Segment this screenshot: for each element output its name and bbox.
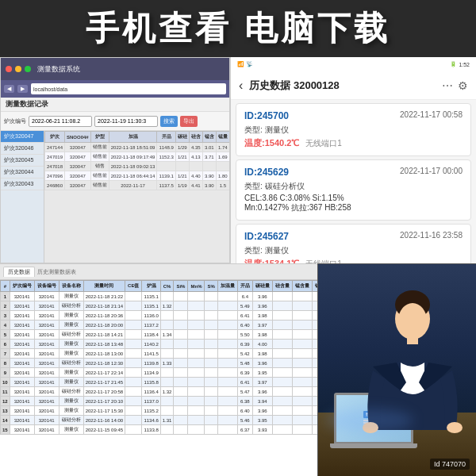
pc-url-bar[interactable]: localhost/data bbox=[31, 83, 226, 94]
ss-cell bbox=[272, 359, 292, 368]
ss-cell bbox=[174, 349, 188, 359]
ss-cell: 1.31 bbox=[160, 416, 174, 425]
sidebar-item-0[interactable]: 炉次320047 bbox=[1, 131, 44, 143]
ss-cell bbox=[292, 416, 312, 425]
ss-cell: 测量仪 bbox=[59, 340, 83, 349]
ss-cell: 1133.8 bbox=[142, 425, 160, 435]
ss-cell bbox=[188, 311, 205, 321]
ss-cell bbox=[312, 321, 317, 330]
sidebar-item-2[interactable]: 炉次320045 bbox=[1, 155, 44, 167]
settings-icon[interactable]: ⚙ bbox=[458, 79, 468, 92]
ss-cell: 320141 bbox=[34, 397, 59, 406]
ss-table-row: 9320141320141测量仪2022-11-17 22:141134.96.… bbox=[1, 368, 318, 378]
ss-cell: 6.41 bbox=[237, 311, 252, 321]
ss-cell bbox=[272, 397, 292, 406]
ss-cell bbox=[205, 368, 217, 378]
filter-date-end[interactable] bbox=[94, 116, 158, 127]
pc-sidebar: 炉次320047 炉次320046 炉次320045 炉次320044 炉次32… bbox=[1, 131, 44, 263]
ss-cell bbox=[217, 311, 237, 321]
ss-cell: 1.32 bbox=[160, 387, 174, 397]
ss-cell: 2022-11-17 22:14 bbox=[83, 368, 125, 378]
ss-cell: 3.93 bbox=[252, 425, 272, 435]
ss-cell: 320141 bbox=[10, 416, 34, 425]
ss-cell bbox=[217, 368, 237, 378]
ss-cell: 320141 bbox=[34, 349, 59, 359]
ss-cell: 2022-11-17 15:30 bbox=[83, 406, 125, 416]
table-row: 247144320047销售前2022-11-18 18:51:091148.9… bbox=[45, 143, 230, 152]
ss-cell bbox=[188, 416, 205, 425]
ss-table-row: 1320141320141测量仪2022-11-18 21:221135.16.… bbox=[1, 292, 318, 301]
sidebar-item-3[interactable]: 炉次320044 bbox=[1, 167, 44, 178]
ss-cell bbox=[217, 321, 237, 330]
ss-table-row: 2320141320141碳硅分析2022-11-18 21:141135.11… bbox=[1, 301, 318, 311]
ss-cell: 1.34 bbox=[160, 330, 174, 340]
search-button[interactable]: 搜索 bbox=[160, 116, 178, 127]
ss-table-wrap[interactable]: # 炉次编号设备编号设备名称测量时间CE值炉温C%Si%Mn%S%加温量开品碳硅… bbox=[0, 280, 317, 476]
ss-cell bbox=[312, 292, 317, 301]
pc-nav-forward[interactable]: ▶ bbox=[17, 85, 28, 93]
col-tan: 碳硅 bbox=[175, 132, 189, 143]
ss-cell bbox=[272, 387, 292, 397]
top-banner: 手机查看 电脑下载 bbox=[0, 0, 476, 57]
ss-cell bbox=[174, 425, 188, 435]
ss-cell bbox=[174, 292, 188, 301]
ss-cell: 2022-11-18 13:48 bbox=[83, 340, 125, 349]
ss-cell bbox=[272, 301, 292, 311]
ss-cell bbox=[292, 368, 312, 378]
ss-col-header: C% bbox=[160, 281, 174, 292]
mobile-title: 历史数据 32000128 bbox=[249, 79, 339, 93]
ss-cell bbox=[174, 406, 188, 416]
ss-cell: 测量仪 bbox=[59, 368, 83, 378]
ss-cell bbox=[272, 321, 292, 330]
back-icon[interactable]: ‹ bbox=[239, 79, 243, 93]
mobile-record-item[interactable]: ID:2457002022-11-17 00:58类型: 测量仪温度:1540.… bbox=[236, 103, 471, 156]
ss-cell bbox=[205, 397, 217, 406]
mobile-record-item[interactable]: ID:2456292022-11-17 00:00类型: 碳硅分析仪CEL:3.… bbox=[236, 159, 471, 221]
filter-date-start[interactable] bbox=[29, 116, 92, 127]
ss-row-num: 4 bbox=[1, 321, 10, 330]
ss-cell bbox=[125, 416, 142, 425]
ss-row-num: 13 bbox=[1, 406, 10, 416]
ss-cell: 3.96 bbox=[252, 301, 272, 311]
ss-cell bbox=[205, 321, 217, 330]
pc-nav-back[interactable]: ◀ bbox=[4, 85, 14, 93]
ss-cell: 6.39 bbox=[237, 340, 252, 349]
ss-tab[interactable]: 历史数据 bbox=[3, 267, 35, 277]
mobile-status-bar: 📶 📡 🔋 1:52 bbox=[231, 57, 476, 71]
ss-cell: 320141 bbox=[10, 397, 34, 406]
ss-cell bbox=[188, 330, 205, 340]
content-area: 测量数据系统 ◀ ▶ localhost/data 测量数据记录 炉次编号 搜索… bbox=[0, 57, 476, 476]
wifi-icon: 📶 bbox=[237, 61, 244, 67]
ss-cell bbox=[174, 311, 188, 321]
ss-cell bbox=[272, 406, 292, 416]
sidebar-item-4[interactable]: 炉次320043 bbox=[1, 178, 44, 190]
ss-col-header: 设备编号 bbox=[34, 281, 59, 292]
ss-cell bbox=[272, 311, 292, 321]
table-row: 246860320047销售前2022-11-171137.51/194.413… bbox=[45, 181, 230, 190]
ss-cell: 5.48 bbox=[237, 359, 252, 368]
ss-cell: 3.98 bbox=[252, 349, 272, 359]
mobile-record-item[interactable]: ID:2456272022-11-16 23:58类型: 测量仪温度:1534.… bbox=[236, 224, 471, 263]
export-button[interactable]: 导出 bbox=[180, 116, 198, 127]
ss-cell bbox=[292, 292, 312, 301]
record-time: 2022-11-17 00:00 bbox=[400, 167, 463, 178]
mobile-panel: 📶 📡 🔋 1:52 ‹ 历史数据 32000128 ⋯ ⚙ ID:245700… bbox=[230, 57, 476, 263]
svg-point-5 bbox=[447, 422, 463, 433]
ss-cell bbox=[160, 349, 174, 359]
id-overlay: Id 747070 bbox=[430, 459, 470, 470]
ss-cell bbox=[292, 321, 312, 330]
ss-cell bbox=[205, 311, 217, 321]
ss-cell bbox=[217, 406, 237, 416]
ss-cell: 1.32 bbox=[160, 301, 174, 311]
col-mengq: 锰量 bbox=[216, 132, 229, 143]
ss-cell bbox=[174, 301, 188, 311]
ss-col-header: 锰含量 bbox=[292, 281, 312, 292]
ss-cell: 320141 bbox=[34, 340, 59, 349]
sidebar-item-1[interactable]: 炉次320046 bbox=[1, 143, 44, 155]
ss-cell: 2022-11-17 21:45 bbox=[83, 378, 125, 387]
more-icon[interactable]: ⋯ bbox=[442, 79, 453, 92]
ss-col-header: Mn% bbox=[188, 281, 205, 292]
ss-cell: 320141 bbox=[10, 292, 34, 301]
ss-table-row: 4320141320141测量仪2022-11-18 20:001137.26.… bbox=[1, 321, 318, 330]
ss-cell bbox=[272, 330, 292, 340]
